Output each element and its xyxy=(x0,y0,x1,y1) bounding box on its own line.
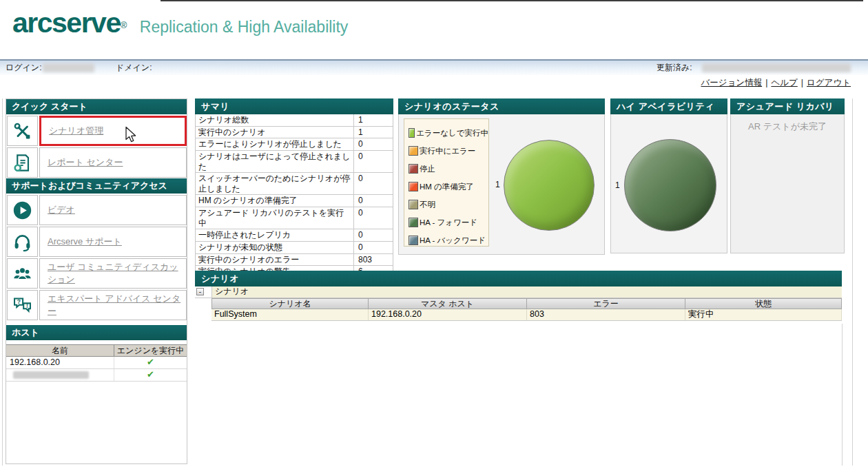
sidebar-link-arcserve-support[interactable]: Arcserve サポート xyxy=(48,236,122,248)
legend-swatch xyxy=(409,218,418,227)
high-availability-body: 1 xyxy=(610,114,727,253)
scenario-status-pie-chart[interactable] xyxy=(504,140,595,231)
scenario-column-header-4[interactable]: 状態 xyxy=(685,298,842,309)
scenario-cell-1: FullSystem xyxy=(211,309,369,320)
hosts-column-engine-running[interactable]: エンジンを実行中 xyxy=(114,345,187,356)
advice-icon: ?! xyxy=(7,290,38,320)
summary-row-value: 0 xyxy=(353,151,393,172)
summary-row: HM のシナリオの準備完了0 xyxy=(196,195,393,207)
summary-row-label: スイッチオーバーのためにシナリオが停止しました xyxy=(196,173,353,194)
status-legend: エラーなしで実行中実行中にエラー停止HM の準備完了不明HA - フォワードHA… xyxy=(404,118,489,247)
sidebar-item-user-community-discussion[interactable]: ユーザ コミュニティディスカッション xyxy=(6,258,187,289)
assured-recovery-body: AR テストが未完了 xyxy=(730,114,845,253)
legend-swatch xyxy=(409,182,418,191)
assured-recovery-header: アシュアード リカバリ xyxy=(730,98,845,114)
scenario-panel-header: シナリオ xyxy=(195,271,842,286)
high-availability-panel: ハイ アベイラビリティ 1 xyxy=(610,98,727,253)
legend-item: HA - バックワード xyxy=(409,231,488,249)
legend-item: HA - フォワード xyxy=(409,213,488,231)
label-box: ユーザ コミュニティディスカッション xyxy=(39,258,187,289)
legend-label: HA - バックワード xyxy=(420,236,486,246)
top-nav-links: バージョン情報|ヘルプ|ログアウト xyxy=(701,77,851,89)
legend-label: 実行中にエラー xyxy=(420,146,475,156)
scenario-column-headers: シナリオ名マスタ ホストエラー状態 xyxy=(211,298,842,309)
summary-row-value: 1 xyxy=(353,127,393,138)
nav-separator: | xyxy=(765,78,767,87)
nav-link-version-info[interactable]: バージョン情報 xyxy=(701,78,762,87)
sidebar-link-scenario-management[interactable]: シナリオ管理 xyxy=(49,125,103,137)
label-box: レポート センター xyxy=(39,147,187,178)
host-row[interactable]: ✔ xyxy=(6,369,187,382)
summary-row-value: 0 xyxy=(353,207,393,229)
nav-link-logout[interactable]: ログアウト xyxy=(807,78,851,87)
summary-row: エラーによりシナリオが停止しました0 xyxy=(196,138,393,151)
sidebar-link-expert-advice-center[interactable]: エキスパート アドバイス センター xyxy=(48,293,186,317)
assured-recovery-panel: アシュアード リカバリ AR テストが未完了 xyxy=(730,98,845,253)
engine-running-check-icon: ✔ xyxy=(147,357,154,367)
collapse-expander-button[interactable]: - xyxy=(196,288,204,295)
summary-row-value: 0 xyxy=(353,173,393,194)
host-row[interactable]: 192.168.0.20✔ xyxy=(6,357,187,369)
sidebar-item-arcserve-support[interactable]: Arcserve サポート xyxy=(6,227,187,257)
legend-swatch xyxy=(409,146,418,156)
support-community-header: サポートおよびコミュニティアクセス xyxy=(6,178,187,194)
sidebar-link-video[interactable]: ビデオ xyxy=(48,204,75,216)
summary-row: シナリオ総数1 xyxy=(196,114,393,127)
support-items: ビデオArcserve サポートユーザ コミュニティディスカッション?!エキスパ… xyxy=(6,195,187,320)
svg-text:!: ! xyxy=(26,302,28,309)
scenario-group-label: シナリオ xyxy=(211,286,842,298)
nav-separator: | xyxy=(801,78,803,87)
legend-item: HM の準備完了 xyxy=(409,178,488,196)
sidebar-item-report-center[interactable]: レポート センター xyxy=(6,147,187,178)
scenario-cell-4: 実行中 xyxy=(685,309,842,320)
legend-swatch xyxy=(409,164,418,174)
video-icon xyxy=(7,195,38,225)
legend-item: 停止 xyxy=(409,160,488,178)
sidebar-item-scenario-management[interactable]: シナリオ管理 xyxy=(6,116,187,146)
label-box: エキスパート アドバイス センター xyxy=(39,290,187,320)
scenario-column-header-1[interactable]: シナリオ名 xyxy=(211,298,369,309)
scenario-table-panel: シナリオ - シナリオ シナリオ名マスタ ホストエラー状態 FullSystem… xyxy=(195,271,842,321)
scenario-rows: FullSystem192.168.0.20803実行中 xyxy=(195,309,842,321)
scenario-column-header-3[interactable]: エラー xyxy=(527,298,685,309)
sidebar-link-user-community-discussion[interactable]: ユーザ コミュニティディスカッション xyxy=(48,261,186,286)
svg-text:?: ? xyxy=(17,298,21,305)
product-name: Replication & High Availability xyxy=(140,18,349,36)
legend-item: 実行中にエラー xyxy=(409,142,488,160)
scenario-row[interactable]: FullSystem192.168.0.20803実行中 xyxy=(211,309,842,321)
summary-row-label: シナリオ総数 xyxy=(196,114,353,126)
high-availability-pie-chart[interactable] xyxy=(624,139,716,231)
sidebar-link-report-center[interactable]: レポート センター xyxy=(48,156,123,169)
login-label: ログイン: xyxy=(6,61,41,74)
community-icon xyxy=(7,258,38,289)
nav-link-help[interactable]: ヘルプ xyxy=(771,78,797,87)
updated-label: 更新済み: xyxy=(657,61,692,74)
scenario-status-panel: シナリオのステータス エラーなしで実行中実行中にエラー停止HM の準備完了不明H… xyxy=(398,98,605,255)
summary-panel-header: サマリ xyxy=(195,98,393,114)
scenario-cell-2: 192.168.0.20 xyxy=(369,309,527,320)
legend-label: 不明 xyxy=(420,200,435,210)
status-bar: ログイン: ドメイン: 更新済み: xyxy=(0,59,868,75)
hosts-column-name[interactable]: 名前 xyxy=(6,345,114,356)
summary-row-label: 実行中のシナリオのエラー xyxy=(196,254,353,266)
summary-row: 実行中のシナリオ1 xyxy=(196,127,393,139)
ha-pie-count: 1 xyxy=(615,180,620,190)
summary-table: シナリオ総数1実行中のシナリオ1エラーによりシナリオが停止しました0シナリオはユ… xyxy=(195,114,393,279)
legend-swatch xyxy=(409,128,415,138)
summary-row-label: 実行中のシナリオ xyxy=(196,127,353,138)
sidebar-item-expert-advice-center[interactable]: ?!エキスパート アドバイス センター xyxy=(6,290,187,320)
headset-icon xyxy=(7,227,38,257)
scenario-column-header-2[interactable]: マスタ ホスト xyxy=(369,298,527,309)
host-name-redacted xyxy=(13,371,89,379)
summary-row-label: シナリオが未知の状態 xyxy=(196,242,353,253)
legend-item: エラーなしで実行中 xyxy=(409,124,488,142)
summary-panel: サマリ シナリオ総数1実行中のシナリオ1エラーによりシナリオが停止しました0シナ… xyxy=(195,98,393,279)
scenario-status-body: エラーなしで実行中実行中にエラー停止HM の準備完了不明HA - フォワードHA… xyxy=(398,114,605,255)
summary-row-value: 0 xyxy=(353,229,393,241)
summary-row: 一時停止されたレプリカ0 xyxy=(196,229,393,242)
domain-label: ドメイン: xyxy=(116,61,152,74)
summary-row-value: 803 xyxy=(353,254,393,266)
hosts-table: 名前エンジンを実行中192.168.0.20✔✔ xyxy=(6,344,187,382)
quick-start-header: クイック スタート xyxy=(6,99,187,114)
sidebar-item-video[interactable]: ビデオ xyxy=(6,195,187,225)
